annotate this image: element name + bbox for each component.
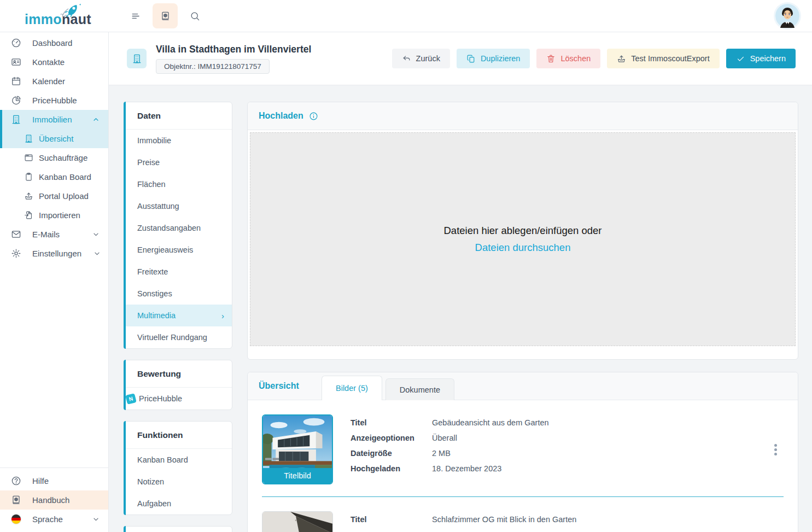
- dropzone-text: Dateien hier ablegen/einfügen oder: [443, 225, 601, 237]
- import-icon: [24, 211, 33, 220]
- sidebar-item-kanban-board[interactable]: Kanban Board: [0, 167, 108, 186]
- sidebar-item-dashboard[interactable]: Dashboard: [0, 33, 108, 52]
- bedroom-photo: [262, 512, 332, 532]
- bewertung-item-pricehubble[interactable]: N PriceHubble: [124, 388, 232, 410]
- daten-item-sonstiges[interactable]: Sonstiges: [124, 283, 232, 305]
- avatar[interactable]: [775, 4, 799, 28]
- field-label: Titel: [350, 418, 432, 428]
- hamburger-icon: [131, 11, 141, 21]
- back-button[interactable]: Zurück: [392, 49, 450, 68]
- property-icon-tile: [127, 49, 147, 68]
- bewertung-panel-title: Bewertung: [124, 360, 232, 388]
- daten-panel-title: Daten: [124, 102, 232, 130]
- sidebar-item-importieren[interactable]: Importieren: [0, 206, 108, 225]
- media-row: Titelbild TitelGebäudeansicht aus dem Ga…: [248, 400, 798, 496]
- daten-panel: Daten Immobilie Preise Flächen Ausstattu…: [124, 102, 232, 349]
- sidebar-item-uebersicht[interactable]: Übersicht: [0, 129, 108, 148]
- daten-item-ausstattung[interactable]: Ausstattung: [124, 195, 232, 217]
- daten-item-virtueller-rundgang[interactable]: Virtueller Rundgang: [124, 326, 232, 348]
- titelbild-badge: Titelbild: [263, 468, 332, 483]
- daten-item-flaechen[interactable]: Flächen: [124, 173, 232, 195]
- media-fields: TitelSchlafzimmer OG mit Blick in den Ga…: [350, 511, 576, 524]
- field-label: Titel: [350, 515, 432, 524]
- daten-item-immobilie[interactable]: Immobilie: [124, 130, 232, 151]
- browser-icon: [24, 153, 33, 162]
- sidebar-item-sprache[interactable]: Sprache: [0, 510, 108, 529]
- browse-files-link[interactable]: Dateien durchsuchen: [475, 242, 571, 254]
- save-button[interactable]: Speichern: [726, 49, 796, 68]
- media-tabs: Bilder (5) Dokumente: [322, 376, 454, 400]
- daten-item-energieausweis[interactable]: Energieausweis: [124, 239, 232, 261]
- sidebar: Dashboard Kontakte Kalender PriceHubble …: [0, 32, 109, 532]
- bewertung-panel: Bewertung N PriceHubble: [124, 360, 232, 410]
- search-button[interactable]: [182, 3, 207, 28]
- tab-bilder[interactable]: Bilder (5): [322, 376, 382, 400]
- book-icon: [11, 495, 21, 505]
- file-dropzone[interactable]: Dateien hier ablegen/einfügen oder Datei…: [250, 132, 796, 346]
- export-upload-icon: [617, 54, 626, 63]
- funktionen-item-kanban-board[interactable]: Kanban Board: [124, 449, 232, 471]
- building-icon: [132, 54, 142, 64]
- tab-dokumente[interactable]: Dokumente: [385, 378, 454, 400]
- header-actions: Zurück Duplizieren Löschen Test Immoscou…: [392, 49, 796, 68]
- sidebar-footer: Hilfe Handbuch Sprache: [0, 467, 108, 532]
- media-row: TitelSchlafzimmer OG mit Blick in den Ga…: [248, 497, 798, 532]
- upload-title: Hochladen: [259, 111, 303, 121]
- copy-icon: [466, 54, 476, 63]
- page-title: Villa in Stadthagen im Villenviertel: [156, 44, 311, 55]
- field-value: 18. Dezember 2023: [432, 464, 501, 473]
- info-icon[interactable]: [309, 112, 318, 121]
- pie-chart-icon: [11, 95, 21, 106]
- daten-item-zustandsangaben[interactable]: Zustandsangaben: [124, 217, 232, 239]
- duplicate-button[interactable]: Duplizieren: [457, 49, 530, 68]
- media-thumbnail-schlafzimmer[interactable]: [262, 511, 333, 532]
- sidebar-item-pricehubble[interactable]: PriceHubble: [0, 91, 108, 110]
- field-value: Gebäudeansicht aus dem Garten: [432, 418, 549, 428]
- row-menu-button[interactable]: [767, 439, 784, 460]
- upload-icon: [24, 191, 33, 201]
- upload-card-header: Hochladen: [248, 102, 798, 130]
- object-number-badge: Objektnr.: IMM191218071757: [156, 59, 270, 74]
- sidebar-item-emails[interactable]: E-Mails: [0, 225, 108, 244]
- field-label: Hochgeladen: [350, 464, 432, 473]
- sidebar-item-portal-upload[interactable]: Portal Upload: [0, 186, 108, 206]
- sidebar-item-handbuch[interactable]: Handbuch: [0, 490, 108, 510]
- sidebar-item-immobilien[interactable]: Immobilien: [0, 110, 108, 129]
- sidebar-item-kalender[interactable]: Kalender: [0, 72, 108, 91]
- media-overview-title: Übersicht: [259, 381, 299, 391]
- clipboard-icon: [24, 172, 33, 182]
- app-logo[interactable]: immonaut: [0, 0, 109, 32]
- field-value: 2 MB: [432, 448, 451, 458]
- delete-button[interactable]: Löschen: [536, 49, 600, 68]
- left-panel-column: Daten Immobilie Preise Flächen Ausstattu…: [124, 102, 232, 532]
- chevron-down-icon: [91, 515, 101, 524]
- collapse-menu-button[interactable]: [123, 3, 148, 28]
- trash-icon: [546, 54, 556, 63]
- dashboard-icon: [11, 38, 21, 48]
- field-label: Dateigröße: [350, 448, 432, 458]
- manual-button[interactable]: [153, 3, 178, 28]
- check-icon: [736, 54, 745, 63]
- funktionen-item-aufgaben[interactable]: Aufgaben: [124, 493, 232, 515]
- sidebar-item-kontakte[interactable]: Kontakte: [0, 52, 108, 72]
- search-icon: [190, 11, 200, 21]
- back-arrow-icon: [402, 54, 411, 63]
- german-flag-icon: [11, 514, 21, 524]
- sidebar-item-einstellungen[interactable]: Einstellungen: [0, 244, 108, 263]
- pricehubble-logo-icon: N: [125, 393, 137, 405]
- rocket-icon: [59, 3, 84, 17]
- daten-item-freitexte[interactable]: Freitexte: [124, 261, 232, 283]
- sidebar-item-suchauftraege[interactable]: Suchaufträge: [0, 148, 108, 167]
- daten-item-preise[interactable]: Preise: [124, 151, 232, 173]
- export-button[interactable]: Test ImmoscoutExport: [607, 49, 719, 68]
- sidebar-item-hilfe[interactable]: Hilfe: [0, 471, 108, 490]
- funktionen-item-notizen[interactable]: Notizen: [124, 471, 232, 493]
- field-value: Schlafzimmer OG mit Blick in den Garten: [432, 515, 576, 524]
- funktionen-panel: Funktionen Kanban Board Notizen Aufgaben: [124, 421, 232, 515]
- daten-item-multimedia[interactable]: Multimedia ›: [124, 305, 232, 326]
- media-thumbnail-villa[interactable]: Titelbild: [262, 414, 333, 484]
- mail-icon: [11, 229, 21, 239]
- calendar-icon: [11, 76, 21, 86]
- page-header: Villa in Stadthagen im Villenviertel Obj…: [109, 32, 812, 85]
- chevron-right-icon: ›: [221, 311, 224, 320]
